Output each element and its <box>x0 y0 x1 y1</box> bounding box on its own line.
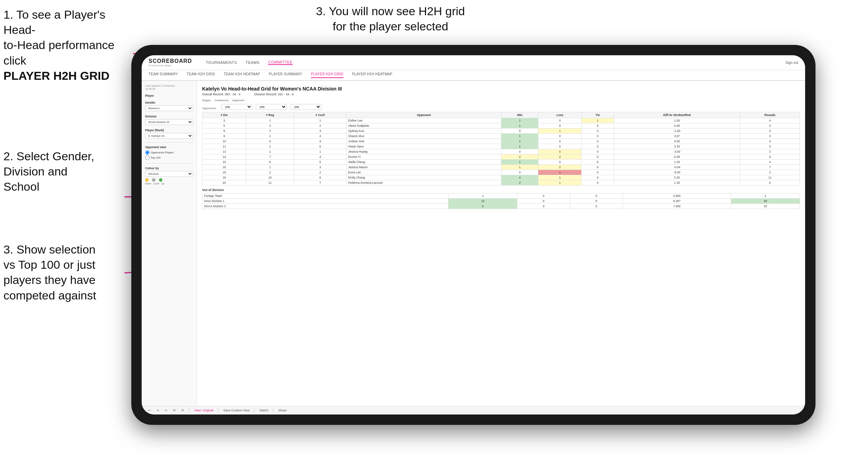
toolbar-back[interactable]: ↩ <box>163 408 169 413</box>
td-loss: 0 <box>517 204 570 209</box>
sub-nav-team-h2h-grid[interactable]: TEAM H2H GRID <box>187 72 215 78</box>
td-tie: 0 <box>582 170 614 175</box>
opponent-view-label: Opponent view <box>145 145 193 149</box>
sign-out-link[interactable]: Sign out <box>785 61 798 65</box>
legend-circles <box>145 178 193 182</box>
filter-conference-select[interactable]: (All) <box>256 104 287 110</box>
td-rounds: 3 <box>740 134 800 139</box>
sub-nav-player-summary[interactable]: PLAYER SUMMARY <box>269 72 302 78</box>
toolbar-share[interactable]: Share <box>277 408 288 413</box>
radio-top100[interactable]: Top 100 <box>145 155 193 160</box>
logo-scoreboard: SCOREBOARD <box>149 58 192 64</box>
td-opponent: Esther Lee <box>346 118 501 123</box>
td-tie: 0 <box>570 204 623 209</box>
filter-row2: Opponents: (All) (All) (All) <box>202 104 800 110</box>
td-div: 11 <box>202 144 246 149</box>
td-rounds: 30 <box>731 199 800 204</box>
sub-nav-team-h2h-heatmap[interactable]: TEAM H2H HEATMAP <box>224 72 260 78</box>
td-conf: 1 <box>294 118 347 123</box>
radio-top100-input[interactable] <box>145 155 150 160</box>
td-win: 4 <box>501 175 538 180</box>
opponents-label: Opponents: <box>202 107 216 110</box>
td-diff: 4.500 <box>623 193 731 199</box>
nav-teams[interactable]: TEAMS <box>246 60 260 65</box>
radio-opponents-played-input[interactable] <box>145 150 150 155</box>
td-div: 6 <box>202 128 246 134</box>
td-rounds: 3 <box>740 128 800 134</box>
td-rounds: 10 <box>731 204 800 209</box>
sidebar-player-section: Player <box>145 94 193 97</box>
toolbar-forward[interactable]: ⟳ <box>180 408 186 413</box>
td-opponent: Jessica Mason <box>346 165 501 170</box>
td-reg: 1 <box>246 118 294 123</box>
sidebar-player-rank-section: Player (Rank) 8. Katelyn Vo <box>145 128 193 139</box>
td-conf: 5 <box>294 144 347 149</box>
toolbar-separator3 <box>254 408 255 413</box>
out-of-division-table: Foreign Team 1 0 0 4.500 2 NAIA Division… <box>202 193 800 209</box>
toolbar-view-original[interactable]: View: Original <box>193 408 215 413</box>
td-rounds: 2 <box>731 193 800 199</box>
table-row: 14 7 4 Eunice Yi 2 2 0 0.38 9 <box>202 154 800 160</box>
toolbar-save[interactable]: Save Custom View <box>222 408 251 413</box>
toolbar-watch[interactable]: Watch <box>258 408 270 413</box>
td-ncaa-div2: NCAA Division 2 <box>202 204 449 209</box>
td-rounds: 2 <box>740 149 800 154</box>
sidebar-player-rank-select[interactable]: 8. Katelyn Vo <box>145 133 193 139</box>
table-row: 19 10 6 Emily Chang 4 1 0 0.30 11 <box>202 175 800 180</box>
nav-tournaments[interactable]: TOURNAMENTS <box>206 60 237 65</box>
grid-title: Katelyn Vo Head-to-Head Grid for Women's… <box>202 86 800 92</box>
td-win: 1 <box>501 165 538 170</box>
instruction-tl-line2: to-Head performance click <box>3 38 114 67</box>
radio-opponents-played[interactable]: Opponents Played <box>145 150 193 155</box>
overall-record: Overall Record: 353 - 34 - 6 <box>202 93 240 96</box>
table-row: 10 6 3 Andrea York 2 0 0 4.00 4 <box>202 139 800 144</box>
sub-nav-player-h2h-grid[interactable]: PLAYER H2H GRID <box>311 72 343 78</box>
sidebar-gender-select[interactable]: Women's Men's <box>145 105 193 111</box>
instruction-bl-line2: vs Top 100 or just <box>3 258 95 271</box>
td-div: 9 <box>202 134 246 139</box>
td-reg: 7 <box>246 154 294 160</box>
grid-records: Overall Record: 353 - 34 - 6 Division Re… <box>202 93 800 96</box>
toolbar-undo[interactable]: ↩ <box>147 408 152 413</box>
table-row: 20 11 7 Federica Domecq Lacroze 2 1 0 1.… <box>202 180 800 185</box>
table-row: Foreign Team 1 0 0 4.500 2 <box>202 193 800 199</box>
filter-region-group: Region <box>202 99 211 102</box>
td-loss: 0 <box>538 123 582 128</box>
instruction-top-right: 3. You will now see H2H gridfor the play… <box>301 3 480 34</box>
filter-opponents-select[interactable]: (All) <box>221 104 252 110</box>
td-diff: 1.25 <box>614 160 740 165</box>
overall-record-value: 353 - 34 - 6 <box>225 93 240 96</box>
instruction-tl-line1: 1. To see a Player's Head- <box>3 8 105 36</box>
sidebar: Last Updated: 27/03/202416:55:38 Player … <box>142 81 197 406</box>
td-win: 5 <box>449 204 517 209</box>
td-tie: 1 <box>582 118 614 123</box>
filter-opponent-group: Opponent <box>232 99 244 102</box>
legend-dot-up <box>159 178 162 182</box>
td-div: 14 <box>202 154 246 160</box>
toolbar-redo[interactable]: ↪ <box>155 408 161 413</box>
toolbar-refresh[interactable]: ⟳ <box>172 408 177 413</box>
td-loss: 0 <box>538 160 582 165</box>
td-conf: 6 <box>294 175 347 180</box>
td-loss: 1 <box>538 128 582 134</box>
td-diff: 3.33 <box>614 144 740 149</box>
td-tie: 0 <box>582 128 614 134</box>
td-loss: 0 <box>538 118 582 123</box>
sub-nav-team-summary[interactable]: TEAM SUMMARY <box>149 72 178 78</box>
sidebar-updated: Last Updated: 27/03/202416:55:38 <box>145 84 193 90</box>
td-diff: -0.94 <box>614 165 740 170</box>
td-win: 2 <box>501 154 538 160</box>
td-tie: 0 <box>570 193 623 199</box>
td-loss: 0 <box>517 193 570 199</box>
sub-nav-player-h2h-heatmap[interactable]: PLAYER H2H HEATMAP <box>352 72 393 78</box>
td-diff: -1.00 <box>614 128 740 134</box>
td-div: 20 <box>202 180 246 185</box>
filter-opponent-select[interactable]: (All) <box>290 104 321 110</box>
nav-committee[interactable]: COMMITTEE <box>268 60 293 65</box>
colour-select[interactable]: Win/loss <box>145 171 193 177</box>
td-tie: 0 <box>582 139 614 144</box>
sidebar-division-select[interactable]: NCAA Division III NCAA Division I NCAA D… <box>145 119 193 125</box>
td-opponent: Sharon Mun <box>346 134 501 139</box>
td-diff: -3.00 <box>614 149 740 154</box>
filter-region-label: Region <box>202 99 211 102</box>
